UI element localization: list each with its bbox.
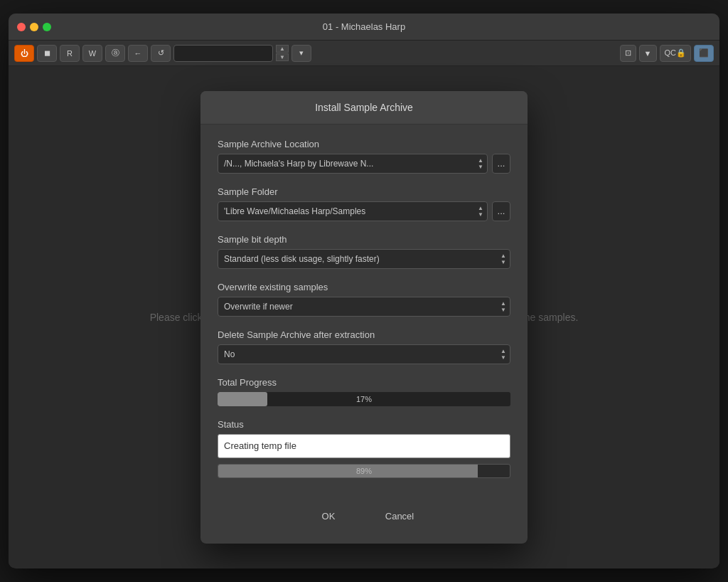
status-group: Status Creating temp file 89% (218, 419, 510, 478)
overwrite-select-wrapper: Overwrite if newer Always overwrite Neve… (218, 297, 510, 317)
sub-progress-bar: 89% (218, 464, 510, 478)
delete-label: Delete Sample Archive after extraction (218, 329, 510, 340)
minimize-button[interactable] (30, 23, 38, 31)
scroll-down-button[interactable]: ▼ (276, 53, 289, 61)
overwrite-group: Overwrite existing samples Overwrite if … (218, 282, 510, 317)
back-button[interactable]: ← (128, 45, 148, 62)
bit-depth-label: Sample bit depth (218, 234, 510, 245)
sample-folder-select[interactable]: 'Libre Wave/Michaelas Harp/Samples (218, 201, 488, 221)
cancel-button[interactable]: Cancel (371, 507, 428, 527)
archive-location-select-wrapper: /N..., Michaela's Harp by Librewave N...… (218, 154, 488, 174)
total-progress-bar: 17% (218, 392, 510, 406)
r-button[interactable]: R (60, 45, 80, 62)
stop-button[interactable]: ◼ (37, 45, 57, 62)
modal-footer: OK Cancel (200, 507, 528, 527)
info-button[interactable]: ⓐ (105, 45, 125, 62)
maximize-button[interactable] (43, 23, 51, 31)
delete-select[interactable]: No Yes (218, 344, 510, 364)
sample-folder-label: Sample Folder (218, 186, 510, 197)
traffic-lights (17, 23, 51, 31)
install-dialog: Install Sample Archive Sample Archive Lo… (200, 91, 528, 544)
toolbar-input[interactable] (173, 45, 273, 62)
total-progress-percent: 17% (356, 395, 372, 403)
main-content: Please click below to install the sample… (9, 66, 719, 568)
delete-group: Delete Sample Archive after extraction N… (218, 329, 510, 364)
ok-button[interactable]: OK (300, 507, 357, 527)
status-label: Status (218, 419, 510, 430)
qc-button[interactable]: QC🔒 (660, 45, 692, 62)
w-button[interactable]: W (82, 45, 102, 62)
overwrite-select[interactable]: Overwrite if newer Always overwrite Neve… (218, 297, 510, 317)
sample-folder-row: 'Libre Wave/Michaelas Harp/Samples ▲ ▼ .… (218, 201, 510, 221)
status-text: Creating temp file (224, 440, 296, 451)
sub-progress-fill (218, 465, 478, 477)
bit-depth-select[interactable]: Standard (less disk usage, slightly fast… (218, 249, 510, 269)
window-title: 01 - Michaelas Harp (323, 21, 405, 32)
power-button[interactable]: ⏻ (14, 45, 34, 62)
sample-folder-select-wrapper: 'Libre Wave/Michaelas Harp/Samples ▲ ▼ (218, 201, 488, 221)
bit-depth-group: Sample bit depth Standard (less disk usa… (218, 234, 510, 269)
window-frame: 01 - Michaelas Harp ⏻ ◼ R W ⓐ ← ↺ ▲ ▼ ▾ … (9, 14, 719, 568)
sub-progress-percent: 89% (356, 467, 372, 475)
camera-button[interactable]: ⊡ (620, 45, 636, 62)
status-text-field: Creating temp file (218, 434, 510, 458)
archive-location-group: Sample Archive Location /N..., Michaela'… (218, 139, 510, 174)
overwrite-label: Overwrite existing samples (218, 282, 510, 292)
toolbar-right: ⊡ ▼ QC🔒 ⬛ (620, 45, 714, 62)
modal-overlay: Install Sample Archive Sample Archive Lo… (9, 66, 719, 568)
total-progress-group: Total Progress 17% (218, 377, 510, 406)
archive-location-label: Sample Archive Location (218, 139, 510, 149)
modal-body: Sample Archive Location /N..., Michaela'… (200, 125, 528, 492)
title-bar: 01 - Michaelas Harp (9, 14, 719, 41)
toolbar: ⏻ ◼ R W ⓐ ← ↺ ▲ ▼ ▾ ⊡ ▼ QC🔒 ⬛ (9, 41, 719, 66)
total-progress-label: Total Progress (218, 377, 510, 388)
dropdown-button[interactable]: ▼ (639, 45, 657, 62)
modal-header: Install Sample Archive (200, 91, 528, 125)
archive-location-browse-button[interactable]: ... (492, 154, 510, 174)
total-progress-fill (218, 392, 267, 406)
camera-icon: ⊡ (625, 48, 631, 58)
panel-button[interactable]: ⬛ (694, 45, 714, 62)
archive-location-select[interactable]: /N..., Michaela's Harp by Librewave N... (218, 154, 488, 174)
bit-depth-select-wrapper: Standard (less disk usage, slightly fast… (218, 249, 510, 269)
scroll-up-button[interactable]: ▲ (276, 45, 289, 53)
refresh-button[interactable]: ↺ (151, 45, 171, 62)
menu-button[interactable]: ▾ (291, 45, 311, 62)
sample-folder-browse-button[interactable]: ... (492, 201, 510, 221)
close-button[interactable] (17, 23, 26, 31)
delete-select-wrapper: No Yes ▲ ▼ (218, 344, 510, 364)
archive-location-row: /N..., Michaela's Harp by Librewave N...… (218, 154, 510, 174)
modal-title: Install Sample Archive (315, 102, 413, 113)
sample-folder-group: Sample Folder 'Libre Wave/Michaelas Harp… (218, 186, 510, 221)
